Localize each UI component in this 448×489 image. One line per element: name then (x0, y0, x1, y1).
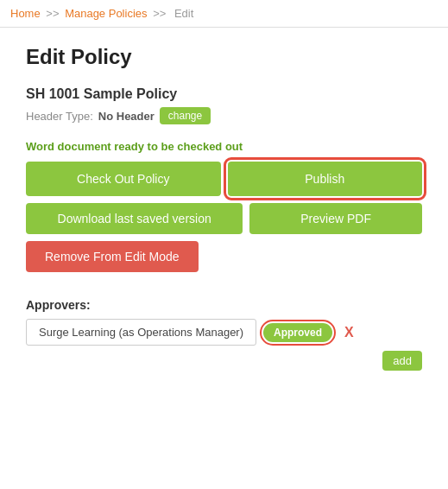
approvers-section: Approvers: Surge Learning (as Operations… (26, 298, 422, 371)
header-type-row: Header Type: No Header change (26, 107, 422, 124)
publish-button[interactable]: Publish (228, 162, 423, 196)
primary-buttons-row: Check Out Policy Publish (26, 162, 422, 196)
add-row: add (26, 351, 422, 371)
checkout-button[interactable]: Check Out Policy (26, 162, 221, 196)
breadcrumb-sep1: >> (46, 7, 59, 20)
policy-name: SH 1001 Sample Policy (26, 86, 422, 102)
remove-from-edit-button[interactable]: Remove From Edit Mode (26, 241, 199, 272)
breadcrumb-current: Edit (174, 7, 193, 20)
header-type-value: No Header (98, 110, 155, 123)
breadcrumb-manage-policies[interactable]: Manage Policies (65, 7, 147, 20)
preview-pdf-button[interactable]: Preview PDF (249, 203, 422, 234)
header-type-label: Header Type: (26, 110, 93, 123)
approver-name: Surge Learning (as Operations Manager) (26, 319, 256, 346)
checkout-status: Word document ready to be checked out (26, 140, 422, 153)
page-title: Edit Policy (26, 45, 422, 69)
add-approver-button[interactable]: add (382, 351, 422, 371)
download-button[interactable]: Download last saved version (26, 203, 243, 234)
breadcrumb: Home >> Manage Policies >> Edit (0, 0, 448, 28)
secondary-buttons-row: Download last saved version Preview PDF (26, 203, 422, 234)
approver-row: Surge Learning (as Operations Manager) A… (26, 319, 422, 346)
breadcrumb-sep2: >> (153, 7, 166, 20)
change-button[interactable]: change (160, 107, 211, 124)
breadcrumb-home[interactable]: Home (10, 7, 41, 20)
approved-badge: Approved (263, 323, 332, 342)
approvers-label: Approvers: (26, 298, 422, 312)
delete-approver-button[interactable]: X (339, 323, 359, 342)
